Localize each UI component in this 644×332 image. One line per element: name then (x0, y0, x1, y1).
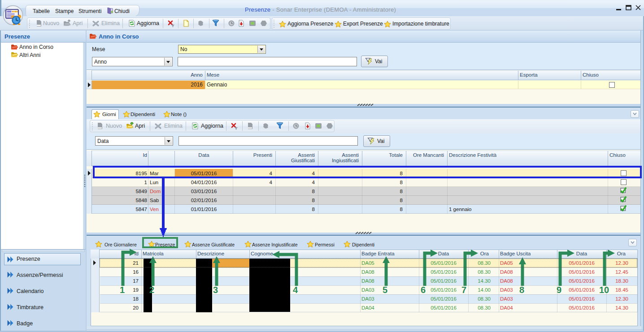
svg-text:7: 7 (461, 285, 466, 295)
svg-text:4: 4 (293, 285, 298, 295)
svg-text:10: 10 (599, 285, 609, 295)
svg-text:3: 3 (213, 285, 218, 295)
svg-text:5: 5 (383, 285, 387, 295)
svg-text:8: 8 (519, 285, 524, 295)
svg-text:2: 2 (149, 285, 154, 295)
svg-text:9: 9 (557, 285, 561, 295)
svg-text:1: 1 (120, 285, 125, 295)
svg-text:6: 6 (421, 285, 426, 295)
